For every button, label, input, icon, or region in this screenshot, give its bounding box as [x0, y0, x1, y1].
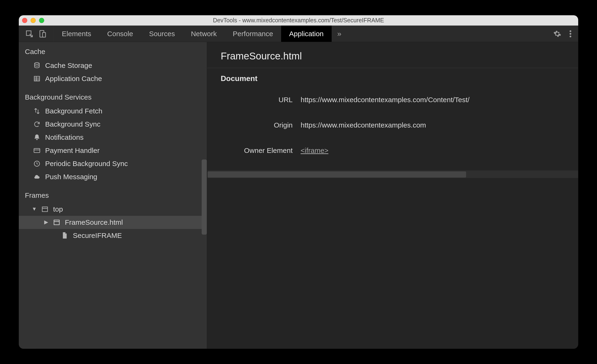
label-url: URL: [221, 96, 301, 104]
item-label: Background Fetch: [45, 107, 102, 115]
card-icon: [33, 147, 41, 154]
tab-console[interactable]: Console: [99, 26, 141, 42]
hscroll-thumb[interactable]: [208, 171, 466, 178]
row-url: URL https://www.mixedcontentexamples.com…: [221, 87, 567, 113]
svg-rect-11: [54, 220, 59, 225]
label-owner-element: Owner Element: [221, 146, 301, 154]
row-owner-element: Owner Element <iframe>: [221, 138, 567, 163]
sidebar-item-notifications[interactable]: Notifications: [19, 131, 207, 144]
close-window-button[interactable]: [22, 18, 27, 23]
sidebar-item-payment-handler[interactable]: Payment Handler: [19, 144, 207, 157]
section-background-services: Background Services: [19, 91, 207, 105]
clock-icon: [33, 160, 41, 167]
item-label: Payment Handler: [45, 146, 100, 154]
tabs-overflow-button[interactable]: »: [332, 26, 347, 42]
section-cache: Cache: [19, 45, 207, 59]
sidebar-item-background-fetch[interactable]: Background Fetch: [19, 105, 207, 118]
tab-elements[interactable]: Elements: [54, 26, 99, 42]
window-icon: [41, 206, 49, 213]
frames-tree-secure-iframe[interactable]: SecureIFRAME: [19, 229, 207, 242]
devtools-window: DevTools - www.mixedcontentexamples.com/…: [19, 15, 578, 349]
row-origin: Origin https://www.mixedcontentexamples.…: [221, 113, 567, 138]
horizontal-scroll: [207, 170, 578, 178]
grid-icon: [33, 75, 41, 82]
svg-point-6: [35, 63, 39, 65]
kebab-menu-icon[interactable]: [569, 30, 572, 38]
value-origin: https://www.mixedcontentexamples.com: [301, 121, 426, 129]
minimize-window-button[interactable]: [31, 18, 36, 23]
devtools-toolbar: Elements Console Sources Network Perform…: [19, 26, 578, 42]
item-label: Background Sync: [45, 120, 100, 128]
item-label: Periodic Background Sync: [45, 160, 128, 168]
device-toolbar-icon[interactable]: [39, 30, 47, 38]
devtools-tabs: Elements Console Sources Network Perform…: [54, 26, 332, 42]
sidebar-item-application-cache[interactable]: Application Cache: [19, 72, 207, 85]
window-controls: [22, 18, 44, 23]
svg-point-3: [570, 30, 571, 32]
svg-rect-10: [42, 207, 48, 212]
bell-icon: [33, 134, 41, 141]
svg-rect-2: [43, 32, 46, 37]
window-title: DevTools - www.mixedcontentexamples.com/…: [19, 17, 578, 24]
window-icon: [53, 219, 61, 226]
svg-rect-8: [34, 148, 40, 153]
frames-tree-top[interactable]: top: [19, 203, 207, 216]
settings-icon[interactable]: [553, 30, 561, 38]
document-properties: URL https://www.mixedcontentexamples.com…: [207, 85, 578, 170]
page-title: FrameSource.html: [207, 42, 578, 68]
caret-right-icon[interactable]: [44, 220, 48, 225]
owner-element-link[interactable]: <iframe>: [301, 146, 328, 154]
item-label: Application Cache: [45, 75, 102, 83]
frame-detail-panel: FrameSource.html Document URL https://ww…: [207, 42, 578, 349]
svg-rect-7: [34, 76, 40, 81]
database-icon: [33, 62, 41, 69]
tab-sources[interactable]: Sources: [141, 26, 183, 42]
document-section-title: Document: [207, 68, 578, 85]
swap-icon: [33, 107, 41, 115]
svg-point-5: [570, 36, 571, 37]
section-frames: Frames: [19, 189, 207, 203]
sidebar-item-push-messaging[interactable]: Push Messaging: [19, 170, 207, 183]
sidebar-scrollbar[interactable]: [202, 159, 207, 235]
label-origin: Origin: [221, 121, 301, 129]
tab-performance[interactable]: Performance: [225, 26, 281, 42]
sync-icon: [33, 121, 41, 128]
tab-application[interactable]: Application: [281, 26, 332, 42]
item-label: top: [53, 205, 63, 213]
item-label: FrameSource.html: [65, 218, 123, 226]
item-label: Push Messaging: [45, 173, 97, 181]
document-icon: [61, 232, 69, 239]
sidebar-item-periodic-background-sync[interactable]: Periodic Background Sync: [19, 157, 207, 170]
caret-down-icon[interactable]: [32, 206, 37, 212]
sidebar-item-cache-storage[interactable]: Cache Storage: [19, 59, 207, 72]
inspect-element-icon[interactable]: [25, 30, 33, 38]
zoom-window-button[interactable]: [39, 18, 44, 23]
cloud-icon: [33, 173, 41, 180]
sidebar-item-background-sync[interactable]: Background Sync: [19, 118, 207, 131]
item-label: Cache Storage: [45, 61, 92, 69]
frames-tree-frame-source[interactable]: FrameSource.html: [19, 216, 207, 229]
window-title-bar: DevTools - www.mixedcontentexamples.com/…: [19, 15, 578, 26]
item-label: SecureIFRAME: [73, 232, 122, 240]
application-sidebar: Cache Cache Storage: [19, 42, 207, 349]
toolbar-left-icons: [19, 26, 54, 42]
hscroll-track[interactable]: [208, 170, 578, 178]
value-owner-element: <iframe>: [301, 146, 328, 154]
svg-point-4: [570, 33, 571, 35]
item-label: Notifications: [45, 133, 83, 141]
value-url: https://www.mixedcontentexamples.com/Con…: [301, 96, 470, 104]
tab-network[interactable]: Network: [183, 26, 225, 42]
